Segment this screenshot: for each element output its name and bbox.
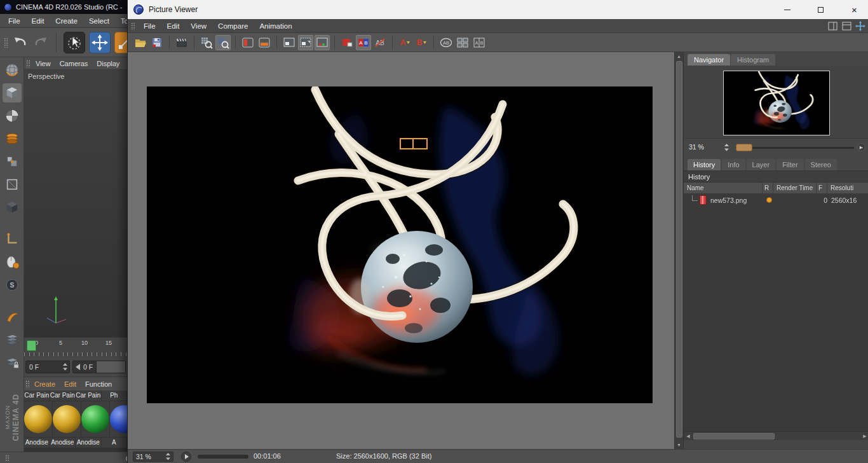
open-file-button[interactable] (133, 35, 148, 50)
zoom-grid-button[interactable] (199, 35, 214, 50)
history-item-name[interactable]: new573.png (710, 197, 747, 204)
viewport-grip[interactable] (26, 60, 31, 67)
pv-menu-edit[interactable]: Edit (161, 19, 186, 33)
image-canvas[interactable] (128, 52, 674, 449)
frame-scrubber[interactable]: 0 F (72, 361, 126, 373)
save-button[interactable] (149, 35, 165, 50)
c4d-menu-file[interactable]: File (3, 14, 26, 28)
material-label[interactable]: Car Pain (24, 390, 50, 401)
fit-image-button[interactable] (281, 35, 297, 50)
axis-mode-tool[interactable] (3, 230, 22, 249)
undo-button[interactable] (12, 34, 29, 51)
material-label[interactable]: Ph (102, 390, 127, 401)
camera-label[interactable]: Perspective (28, 73, 64, 80)
material-label[interactable]: A (102, 438, 127, 448)
ab-quad-button[interactable]: AB (471, 35, 487, 50)
set-a-image-button[interactable] (339, 35, 355, 50)
viewport-menu-cameras[interactable]: Cameras (56, 57, 92, 70)
quad-view-button[interactable] (455, 35, 470, 50)
material-thumbnail-gold[interactable] (24, 401, 52, 437)
pv-menu-compare[interactable]: Compare (212, 19, 254, 33)
current-frame-field[interactable]: 0 F (25, 361, 70, 373)
column-render-time[interactable]: Render Time (773, 183, 817, 193)
material-menu-edit[interactable]: Edit (60, 377, 81, 391)
layout-tabs-button[interactable] (841, 21, 852, 31)
texture-mode-tool[interactable] (3, 106, 22, 125)
vertical-scrollbar[interactable]: ▲ ▼ (674, 52, 683, 449)
material-label[interactable]: Car Pain (50, 390, 76, 401)
playback-slider[interactable] (198, 455, 248, 459)
material-label[interactable]: Anodise (50, 438, 76, 448)
zoom-region-button[interactable] (215, 35, 231, 50)
window-maximize-button[interactable] (806, 0, 835, 19)
material-label[interactable]: Anodise (24, 438, 50, 448)
pv-menu-file[interactable]: File (138, 19, 161, 33)
material-menu-function[interactable]: Function (81, 377, 116, 391)
layout-split-button[interactable] (827, 21, 838, 31)
zoom-slider[interactable] (736, 147, 854, 149)
layers-tool[interactable] (3, 330, 22, 349)
version-b-button[interactable]: B (414, 35, 429, 50)
ab-off-button[interactable]: AB (372, 35, 388, 50)
material-thumbnail-green[interactable] (81, 401, 109, 437)
zoom-step-button[interactable]: ▶ (857, 143, 865, 151)
material-label[interactable]: Car Pain (76, 390, 101, 401)
scroll-left-icon[interactable]: ◀ (684, 432, 693, 440)
column-name[interactable]: Name (684, 183, 763, 193)
timeline-playhead[interactable] (27, 340, 36, 351)
simulation-badge-tool[interactable]: S (3, 275, 22, 294)
version-a-button[interactable]: A (397, 35, 412, 50)
compare-markers-button[interactable] (315, 35, 330, 50)
tab-info[interactable]: Info (722, 159, 745, 170)
enable-snap-tool[interactable] (3, 307, 22, 326)
navigator-zoom-value[interactable]: 31 % (689, 143, 704, 151)
globe-tool[interactable] (3, 60, 22, 79)
material-label[interactable]: Anodise (76, 438, 101, 448)
tab-filter[interactable]: Filter (776, 159, 803, 170)
redo-button[interactable] (32, 34, 49, 51)
tab-navigator[interactable]: Navigator (688, 54, 730, 66)
tab-history[interactable]: History (688, 159, 721, 170)
material-thumbnail-gold[interactable] (53, 401, 81, 437)
window-close-button[interactable]: × (840, 0, 868, 19)
viewport[interactable]: Perspective (24, 70, 127, 337)
column-f[interactable]: F (817, 183, 827, 193)
fit-window-button[interactable] (298, 35, 313, 50)
panel-horizontal-scrollbar[interactable]: ◀ ▶ (684, 431, 868, 440)
toolbar-grip[interactable] (4, 38, 8, 48)
c4d-menu-create[interactable]: Create (50, 14, 83, 28)
workplane-tool[interactable] (3, 129, 22, 148)
points-mode-tool[interactable] (3, 152, 22, 171)
polygons-mode-tool[interactable] (3, 198, 22, 217)
ram-memory-button[interactable] (257, 35, 272, 50)
model-mode-tool[interactable] (3, 83, 22, 102)
zoom-slider-handle[interactable] (736, 144, 752, 151)
tab-stereo[interactable]: Stereo (805, 159, 837, 170)
selection-marquee[interactable] (400, 138, 428, 149)
viewport-menu-view[interactable]: View (32, 57, 55, 70)
frame-stepper-icon[interactable] (63, 363, 67, 371)
play-button[interactable] (181, 452, 191, 462)
column-resolution[interactable]: Resoluti (827, 183, 868, 193)
live-selection-tool[interactable] (64, 32, 85, 53)
pv-menu-grip[interactable] (131, 22, 135, 30)
ram-player-button[interactable] (240, 35, 255, 50)
viewport-menu-display[interactable]: Display (93, 57, 123, 70)
ab-compare-button[interactable]: AB (356, 35, 371, 50)
pv-menu-animation[interactable]: Animation (254, 19, 297, 33)
material-menu-create[interactable]: Create (30, 377, 60, 391)
tab-layer[interactable]: Layer (747, 159, 776, 170)
column-r[interactable]: R (763, 183, 773, 193)
scroll-right-icon[interactable]: ▶ (860, 432, 868, 440)
scrub-left-icon[interactable] (75, 364, 80, 370)
history-row[interactable]: new573.png 0 2560x16 (684, 194, 868, 206)
scroll-up-icon[interactable]: ▲ (675, 52, 683, 60)
edges-mode-tool[interactable] (3, 175, 22, 194)
pv-menu-view[interactable]: View (185, 19, 212, 33)
scroll-down-icon[interactable]: ▼ (675, 441, 683, 449)
window-minimize-button[interactable] (773, 0, 801, 19)
zoom-field-stepper-icon[interactable] (166, 453, 170, 460)
zoom-stepper-icon[interactable] (724, 144, 729, 151)
vertical-scroll-thumb[interactable] (676, 61, 682, 438)
pv-titlebar[interactable]: Picture Viewer × (128, 0, 868, 19)
